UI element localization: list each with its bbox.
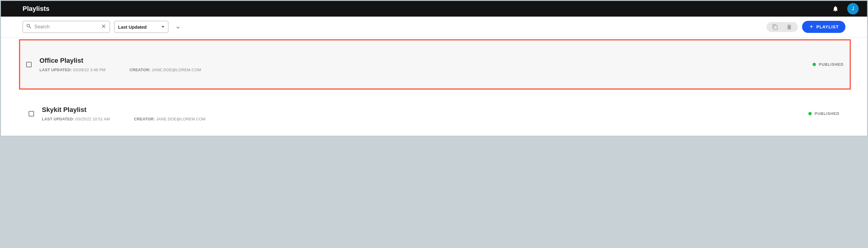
row-main: Office PlaylistLAST UPDATED: 03/28/22 3:…	[39, 57, 807, 72]
status-badge: PUBLISHED	[813, 62, 844, 67]
last-updated: LAST UPDATED: 03/25/22 10:51 AM	[42, 117, 110, 121]
status-badge: PUBLISHED	[808, 111, 839, 116]
last-updated-label: LAST UPDATED:	[39, 67, 72, 72]
clear-search-icon[interactable]	[101, 23, 106, 30]
creator: CREATOR: JANE.DOE@LOREM.COM	[129, 67, 201, 72]
row-checkbox[interactable]	[26, 62, 32, 67]
status-text: PUBLISHED	[815, 111, 839, 116]
creator-value: JANE.DOE@LOREM.COM	[152, 67, 201, 72]
row-main: Skykit PlaylistLAST UPDATED: 03/25/22 10…	[42, 106, 802, 121]
last-updated-label: LAST UPDATED:	[42, 117, 74, 121]
playlist-row[interactable]: Office PlaylistLAST UPDATED: 03/28/22 3:…	[19, 39, 851, 90]
creator-label: CREATOR:	[129, 67, 151, 72]
row-checkbox[interactable]	[29, 111, 34, 116]
avatar-initial: J	[852, 6, 854, 11]
new-playlist-label: PLAYLIST	[816, 24, 839, 29]
row-inner: Office PlaylistLAST UPDATED: 03/28/22 3:…	[19, 57, 851, 72]
status-dot-icon	[808, 112, 812, 115]
sort-direction-button[interactable]	[173, 21, 183, 32]
new-playlist-button[interactable]: PLAYLIST	[802, 21, 845, 33]
plus-icon	[809, 24, 814, 30]
status-text: PUBLISHED	[819, 62, 844, 67]
header-actions: J	[832, 3, 859, 15]
playlist-row[interactable]: Skykit PlaylistLAST UPDATED: 03/25/22 10…	[1, 91, 867, 136]
bulk-actions	[767, 22, 798, 32]
app-frame: Playlists J Last Updated	[1, 1, 867, 136]
header-bar: Playlists J	[1, 1, 867, 17]
search-box[interactable]	[23, 21, 110, 33]
sort-label: Last Updated	[118, 24, 147, 30]
playlist-title: Office Playlist	[39, 57, 807, 64]
last-updated-value: 03/28/22 3:48 PM	[73, 67, 105, 72]
notifications-icon[interactable]	[832, 5, 839, 12]
row-meta: LAST UPDATED: 03/28/22 3:48 PMCREATOR: J…	[39, 67, 807, 72]
sort-dropdown[interactable]: Last Updated	[114, 21, 168, 33]
avatar[interactable]: J	[847, 3, 859, 15]
chevron-down-icon	[161, 26, 164, 28]
search-input[interactable]	[32, 24, 101, 30]
last-updated-value: 03/25/22 10:51 AM	[75, 117, 110, 121]
copy-icon[interactable]	[772, 24, 778, 30]
row-meta: LAST UPDATED: 03/25/22 10:51 AMCREATOR: …	[42, 117, 802, 121]
creator-value: JANE.DOE@LOREM.COM	[156, 117, 206, 121]
creator: CREATOR: JANE.DOE@LOREM.COM	[134, 117, 206, 121]
page-title: Playlists	[23, 5, 832, 13]
playlist-list: Office PlaylistLAST UPDATED: 03/28/22 3:…	[1, 39, 867, 136]
creator-label: CREATOR:	[134, 117, 155, 121]
trash-icon[interactable]	[786, 24, 793, 30]
toolbar: Last Updated PLAYLIST	[1, 17, 867, 37]
playlist-title: Skykit Playlist	[42, 106, 802, 114]
row-inner: Skykit PlaylistLAST UPDATED: 03/25/22 10…	[13, 106, 855, 121]
search-icon	[26, 23, 32, 30]
last-updated: LAST UPDATED: 03/28/22 3:48 PM	[39, 67, 105, 72]
status-dot-icon	[813, 63, 816, 66]
